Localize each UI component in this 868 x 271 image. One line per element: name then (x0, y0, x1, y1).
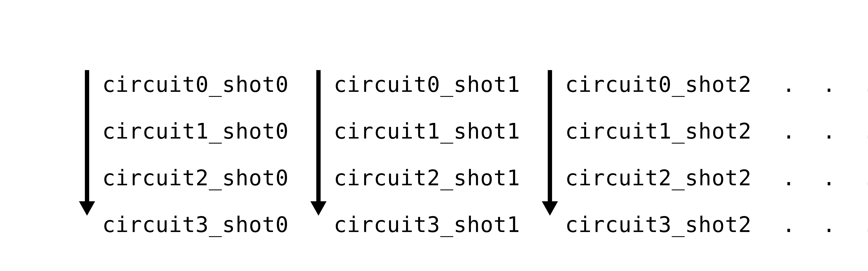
cell-label: circuit2_shot0 (102, 167, 289, 189)
column-labels: circuit0_shot0 circuit1_shot0 circuit2_s… (97, 68, 289, 236)
cell-label: circuit3_shot2 (565, 214, 751, 236)
cell-label: circuit0_shot0 (102, 74, 289, 95)
column-shot0: circuit0_shot0 circuit1_shot0 circuit2_s… (77, 68, 289, 248)
cell-label: circuit2_shot2 (565, 167, 751, 189)
cell-label: circuit0_shot2 (565, 74, 751, 95)
ellipsis-icon: . . . (782, 214, 868, 236)
cell-label: circuit3_shot1 (334, 214, 520, 236)
diagram-canvas: circuit0_shot0 circuit1_shot0 circuit2_s… (0, 0, 868, 271)
ellipsis-icon: . . . (782, 120, 868, 142)
arrow-down-icon (540, 68, 560, 248)
svg-marker-1 (79, 201, 95, 216)
cell-label: circuit1_shot1 (334, 120, 520, 142)
arrow-down-icon (77, 68, 97, 248)
column-ellipsis: . . . . . . . . . . . . (782, 68, 868, 236)
column-labels: circuit0_shot2 circuit1_shot2 circuit2_s… (560, 68, 751, 236)
column-shot2: circuit0_shot2 circuit1_shot2 circuit2_s… (540, 68, 751, 248)
cell-label: circuit3_shot0 (102, 214, 289, 236)
column-shot1: circuit0_shot1 circuit1_shot1 circuit2_s… (309, 68, 520, 248)
ellipsis-icon: . . . (782, 167, 868, 189)
svg-marker-3 (310, 201, 327, 216)
svg-marker-5 (542, 201, 558, 216)
arrow-down-icon (309, 68, 328, 248)
cell-label: circuit2_shot1 (334, 167, 520, 189)
cell-label: circuit0_shot1 (334, 74, 520, 95)
ellipsis-icon: . . . (782, 74, 868, 95)
cell-label: circuit1_shot0 (102, 120, 289, 142)
column-labels: circuit0_shot1 circuit1_shot1 circuit2_s… (328, 68, 520, 236)
cell-label: circuit1_shot2 (565, 120, 751, 142)
